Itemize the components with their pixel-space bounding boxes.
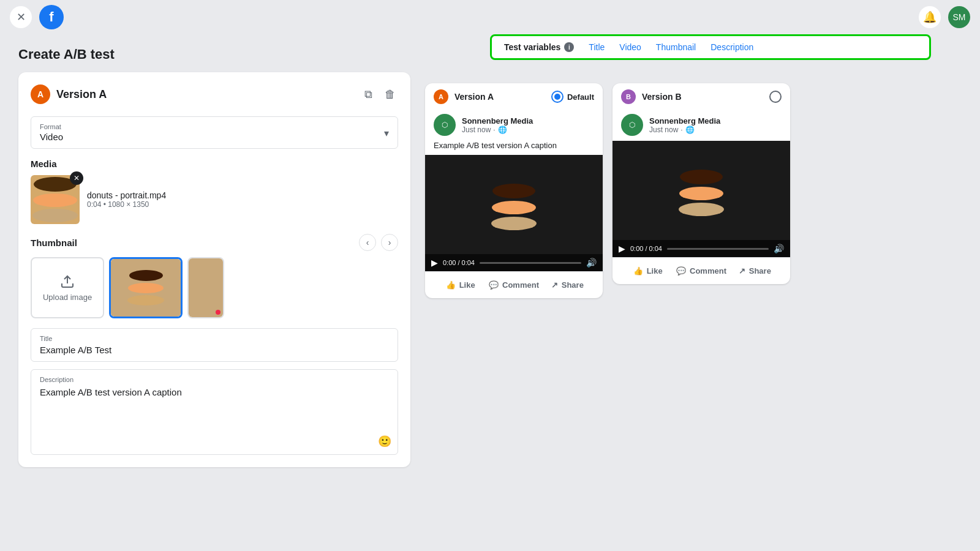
left-panel: Create A/B test A Version A ⧉ 🗑 Format (18, 47, 410, 539)
version-a-badge: A (31, 84, 50, 104)
page-title: Create A/B test (18, 47, 410, 62)
close-button[interactable]: ✕ (10, 6, 32, 28)
preview-actions-a: 👍 Like 💬 Comment ↗ Share (425, 271, 603, 298)
title-label: Title (40, 335, 389, 342)
page-time-a: Just now · 🌐 (462, 126, 533, 134)
upload-icon (60, 274, 75, 289)
right-panel: A Version A Default ⬡ Sonnenberg Media J… (425, 83, 790, 539)
main-content: Create A/B test A Version A ⧉ 🗑 Format (0, 34, 980, 551)
copy-icon: ⧉ (364, 88, 372, 100)
comment-icon-a: 💬 (489, 280, 499, 290)
test-var-video-link[interactable]: Video (619, 42, 641, 52)
play-button-a[interactable]: ▶ (431, 258, 438, 268)
page-name-a: Sonnenberg Media (462, 116, 533, 126)
preview-a-badge: A (434, 89, 448, 104)
thumbnail-next-button[interactable]: › (381, 234, 398, 251)
version-actions: ⧉ 🗑 (362, 86, 398, 103)
preview-card-a: A Version A Default ⬡ Sonnenberg Media J… (425, 83, 603, 298)
like-icon-b: 👍 (633, 266, 643, 276)
like-icon-a: 👍 (446, 280, 456, 290)
media-item: ✕ donuts - portrait.mp4 0:04 • 1080 × 13… (31, 175, 398, 224)
version-a-name: Version A (56, 88, 362, 101)
format-dropdown[interactable]: Format Video ▾ (31, 116, 398, 149)
play-button-b[interactable]: ▶ (619, 244, 625, 253)
volume-button-b[interactable]: 🔊 (774, 244, 784, 253)
test-var-title-link[interactable]: Title (589, 42, 605, 52)
comment-button-a[interactable]: 💬 Comment (487, 277, 540, 293)
page-details-b: Sonnenberg Media Just now · 🌐 (649, 116, 720, 134)
notification-button[interactable]: 🔔 (919, 6, 941, 28)
preview-b-badge: B (621, 89, 636, 104)
description-label: Description (40, 376, 389, 383)
media-thumbnail-wrapper: ✕ (31, 175, 80, 224)
progress-bar-a[interactable] (480, 262, 581, 264)
chevron-down-icon: ▾ (384, 127, 389, 138)
info-icon: i (564, 42, 574, 52)
avatar: SM (948, 6, 970, 28)
upload-image-label: Upload image (43, 293, 92, 302)
time-display-a: 0:00 / 0:04 (443, 259, 475, 266)
default-label: Default (567, 92, 594, 102)
preview-actions-b: 👍 Like 💬 Comment ↗ Share (612, 257, 790, 284)
bell-icon: 🔔 (923, 10, 937, 24)
thumbnail-selected[interactable] (109, 257, 183, 318)
globe-icon-b: 🌐 (685, 126, 695, 134)
test-variables-label: Test variables i (504, 42, 574, 52)
like-button-b[interactable]: 👍 Like (621, 263, 674, 279)
preview-b-label: Version B (642, 92, 763, 102)
format-value: Video (40, 132, 389, 142)
thumbnail-prev-button[interactable]: ‹ (359, 234, 376, 251)
page-time-b: Just now · 🌐 (649, 126, 720, 134)
facebook-logo: f (39, 5, 64, 29)
video-controls-b: ▶ 0:00 / 0:04 🔊 (612, 240, 790, 257)
thumbnail-nav: Thumbnail ‹ › (31, 234, 398, 251)
upload-image-tile[interactable]: Upload image (31, 257, 104, 318)
title-field[interactable]: Title Example A/B Test (31, 328, 398, 362)
like-button-a[interactable]: 👍 Like (434, 277, 487, 293)
page-name-b: Sonnenberg Media (649, 116, 720, 126)
test-variables-bar: Test variables i Title Video Thumbnail D… (490, 34, 931, 60)
chevron-right-icon: › (388, 238, 391, 247)
preview-a-label: Version A (454, 92, 545, 102)
page-avatar-b: ⬡ (621, 114, 643, 136)
comment-button-b[interactable]: 💬 Comment (674, 263, 728, 279)
default-badge: Default (551, 91, 594, 103)
thumbnail-indicator (216, 310, 221, 315)
share-icon-b: ↗ (739, 266, 745, 276)
progress-bar-b[interactable] (667, 248, 769, 250)
preview-a-caption: Example A/B test version A caption (425, 141, 603, 155)
video-donut-b (679, 170, 724, 216)
media-filename: donuts - portrait.mp4 (87, 190, 166, 200)
share-button-a[interactable]: ↗ Share (541, 277, 594, 293)
emoji-button[interactable]: 🙂 (378, 435, 391, 448)
share-button-b[interactable]: ↗ Share (728, 263, 782, 279)
video-player-b: ▶ 0:00 / 0:04 🔊 (612, 141, 790, 257)
description-field[interactable]: Description Example A/B test version A c… (31, 369, 398, 455)
delete-button[interactable]: 🗑 (382, 86, 398, 103)
comment-icon-b: 💬 (676, 266, 686, 276)
topbar-left: ✕ f (10, 5, 64, 29)
preview-b-page-info: ⬡ Sonnenberg Media Just now · 🌐 (612, 110, 790, 141)
default-radio[interactable] (551, 91, 564, 103)
radio-inner (554, 94, 560, 100)
thumbnail-donut-image (111, 259, 181, 317)
volume-button-a[interactable]: 🔊 (586, 258, 597, 268)
version-b-radio[interactable] (769, 91, 782, 103)
version-a-card: A Version A ⧉ 🗑 Format Video ▾ Media (18, 72, 410, 467)
media-meta: 0:04 • 1080 × 1350 (87, 200, 166, 209)
test-var-thumbnail-link[interactable]: Thumbnail (656, 42, 696, 52)
copy-button[interactable]: ⧉ (362, 86, 375, 103)
thumbnail-row: Upload image (31, 257, 398, 318)
thumbnail-partial-image (187, 258, 224, 317)
media-section-label: Media (31, 159, 398, 169)
trash-icon: 🗑 (385, 88, 396, 100)
test-var-description-link[interactable]: Description (710, 42, 753, 52)
remove-media-button[interactable]: ✕ (70, 171, 83, 185)
thumbnail-section-label: Thumbnail (31, 238, 354, 248)
video-controls-a: ▶ 0:00 / 0:04 🔊 (425, 254, 603, 271)
time-display-b: 0:00 / 0:04 (630, 245, 662, 252)
version-a-header: A Version A ⧉ 🗑 (31, 84, 398, 104)
chevron-left-icon: ‹ (366, 238, 369, 247)
thumbnail-partial[interactable] (187, 257, 224, 318)
share-icon-a: ↗ (551, 280, 558, 290)
